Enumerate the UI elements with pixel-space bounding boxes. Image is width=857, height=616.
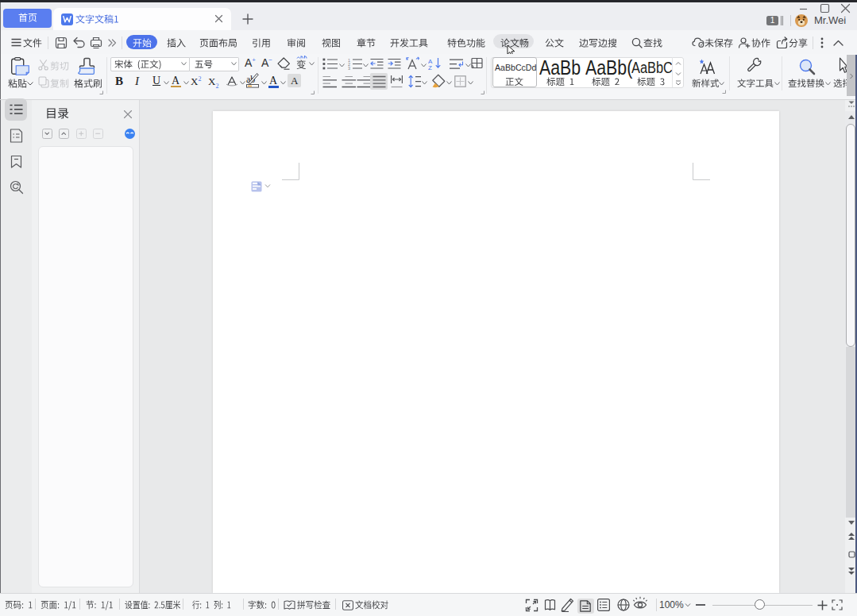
svg-text:3: 3: [348, 66, 350, 70]
svg-text:Z: Z: [428, 64, 432, 70]
